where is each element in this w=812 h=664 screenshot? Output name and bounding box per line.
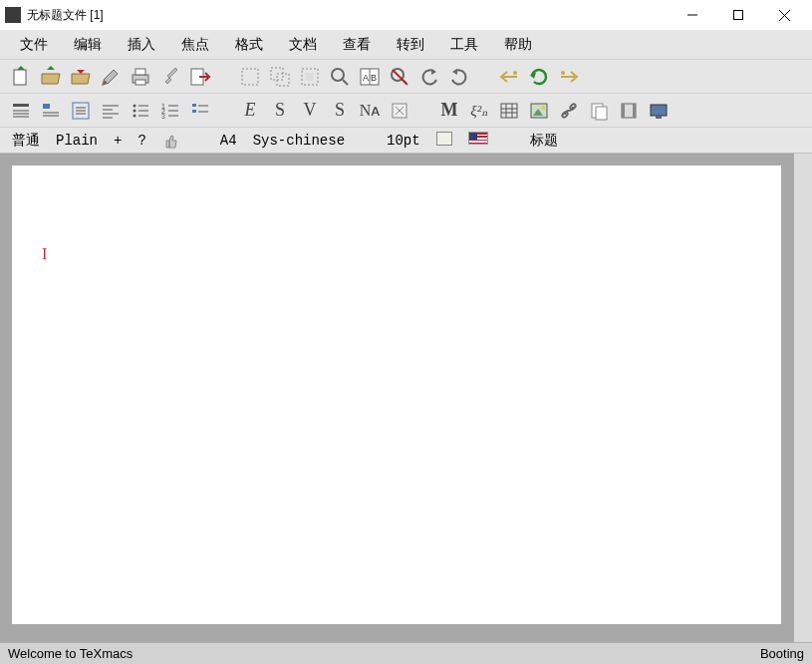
document-page[interactable]: I: [12, 166, 781, 624]
menu-document[interactable]: 文档: [279, 32, 327, 58]
build-button[interactable]: [98, 64, 124, 90]
spellcheck-button[interactable]: [387, 64, 412, 90]
print-button[interactable]: [128, 64, 153, 90]
menu-focus[interactable]: 焦点: [171, 32, 219, 58]
svg-rect-78: [622, 104, 625, 118]
new-file-button[interactable]: [8, 64, 34, 90]
section-button[interactable]: [8, 98, 34, 124]
language-select[interactable]: Sys-chinese: [249, 131, 349, 151]
font-size[interactable]: 10pt: [383, 131, 424, 151]
settings-button[interactable]: [157, 64, 183, 90]
svg-text:3: 3: [161, 113, 165, 120]
svg-line-18: [343, 80, 348, 85]
mode-bar: 普通 Plain + ? A4 Sys-chinese 10pt 标题: [0, 128, 812, 154]
svg-rect-58: [192, 104, 196, 107]
svg-point-50: [134, 114, 136, 117]
svg-rect-1: [734, 11, 743, 20]
svg-line-25: [393, 70, 406, 84]
mode-help-icon[interactable]: ?: [134, 131, 149, 151]
svg-text:B: B: [371, 73, 377, 83]
svg-rect-79: [633, 104, 636, 118]
menu-edit[interactable]: 编辑: [64, 32, 112, 58]
clipboard-button[interactable]: [586, 98, 612, 124]
name-button[interactable]: Nᴀ: [357, 98, 383, 124]
status-right: Booting: [760, 646, 804, 661]
table-button[interactable]: [496, 98, 522, 124]
svg-point-48: [134, 109, 136, 112]
itemize-button[interactable]: [128, 98, 153, 124]
maximize-button[interactable]: [715, 0, 761, 30]
menu-format[interactable]: 格式: [225, 32, 273, 58]
close-button[interactable]: [761, 0, 807, 30]
svg-rect-60: [192, 110, 196, 113]
animation-button[interactable]: [616, 98, 642, 124]
svg-rect-65: [501, 104, 517, 118]
content-area: I: [0, 154, 812, 642]
svg-marker-7: [77, 70, 85, 74]
description-button[interactable]: [187, 98, 213, 124]
flag-icon[interactable]: [464, 130, 492, 151]
menu-file[interactable]: 文件: [10, 32, 58, 58]
menu-tools[interactable]: 工具: [440, 32, 488, 58]
svg-point-28: [513, 71, 517, 75]
thumbs-up-icon[interactable]: [158, 131, 182, 151]
svg-marker-5: [17, 66, 25, 70]
strong-button[interactable]: S: [267, 98, 293, 124]
vertical-scrollbar[interactable]: [794, 154, 812, 642]
mode-plus-icon[interactable]: +: [110, 131, 126, 151]
menu-goto[interactable]: 转到: [387, 32, 434, 58]
presentation-button[interactable]: [646, 98, 672, 124]
svg-rect-12: [242, 69, 258, 85]
window-title: 无标题文件 [1]: [27, 7, 104, 24]
emphasize-button[interactable]: E: [237, 98, 263, 124]
mode-plain[interactable]: Plain: [52, 131, 102, 151]
delete-button[interactable]: [387, 98, 412, 124]
nav-forward-button[interactable]: [556, 64, 582, 90]
svg-rect-4: [14, 70, 26, 85]
enumerate-button[interactable]: 123: [157, 98, 183, 124]
replace-button[interactable]: AB: [357, 64, 383, 90]
minimize-button[interactable]: [670, 0, 715, 30]
status-left: Welcome to TeXmacs: [8, 646, 133, 661]
app-icon: [5, 7, 21, 23]
export-button[interactable]: [187, 64, 213, 90]
svg-rect-16: [306, 73, 314, 81]
redo-button[interactable]: [446, 64, 472, 90]
menu-insert[interactable]: 插入: [118, 32, 165, 58]
mode-normal[interactable]: 普通: [8, 130, 44, 152]
find-button[interactable]: [327, 64, 353, 90]
link-button[interactable]: [556, 98, 582, 124]
svg-rect-9: [135, 69, 145, 75]
svg-point-30: [561, 71, 565, 75]
paper-size[interactable]: A4: [216, 131, 241, 151]
theorem-button[interactable]: [38, 98, 64, 124]
svg-text:A: A: [363, 73, 369, 83]
svg-rect-35: [43, 104, 50, 109]
menu-view[interactable]: 查看: [333, 32, 381, 58]
proof-button[interactable]: [68, 98, 94, 124]
menubar: 文件 编辑 插入 焦点 格式 文档 查看 转到 工具 帮助: [0, 30, 812, 60]
math-button[interactable]: M: [436, 98, 462, 124]
open-file-button[interactable]: [38, 64, 64, 90]
undo-button[interactable]: [416, 64, 442, 90]
paste-button[interactable]: [297, 64, 323, 90]
background-swatch[interactable]: [432, 130, 456, 152]
svg-point-46: [134, 104, 136, 107]
verbatim-button[interactable]: V: [297, 98, 323, 124]
align-left-button[interactable]: [98, 98, 124, 124]
nav-back-button[interactable]: [496, 64, 522, 90]
image-button[interactable]: [526, 98, 552, 124]
copy-button[interactable]: [267, 64, 293, 90]
menu-help[interactable]: 帮助: [494, 32, 542, 58]
cut-button[interactable]: [237, 64, 263, 90]
program-button[interactable]: ξ²ₙ: [466, 98, 492, 124]
reload-button[interactable]: [526, 64, 552, 90]
svg-marker-6: [47, 66, 55, 70]
svg-point-72: [541, 106, 545, 110]
svg-marker-26: [431, 69, 436, 75]
sample-button[interactable]: S: [327, 98, 353, 124]
title-field[interactable]: 标题: [526, 130, 562, 152]
titlebar: 无标题文件 [1]: [0, 0, 812, 30]
save-button[interactable]: [68, 64, 94, 90]
status-bar: Welcome to TeXmacs Booting: [0, 642, 812, 664]
